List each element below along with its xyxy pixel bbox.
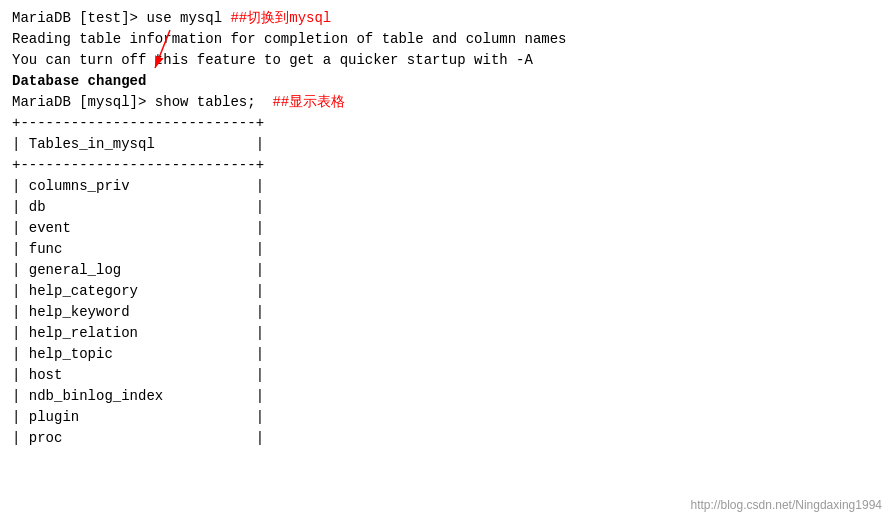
terminal-line-line19: | host |	[12, 365, 880, 386]
terminal: MariaDB [test]> use mysql ##切换到mysqlRead…	[0, 0, 892, 520]
terminal-line-line22: | proc |	[12, 428, 880, 449]
terminal-line-line14: | general_log |	[12, 260, 880, 281]
terminal-line-line16: | help_keyword |	[12, 302, 880, 323]
terminal-line-line13: | func |	[12, 239, 880, 260]
terminal-line-line17: | help_relation |	[12, 323, 880, 344]
terminal-line-line11: | db |	[12, 197, 880, 218]
terminal-line-line20: | ndb_binlog_index |	[12, 386, 880, 407]
terminal-line-line21: | plugin |	[12, 407, 880, 428]
terminal-line-line10: | columns_priv |	[12, 176, 880, 197]
watermark: http://blog.csdn.net/Ningdaxing1994	[691, 498, 882, 512]
terminal-line-line9: +----------------------------+	[12, 155, 880, 176]
terminal-line-line2: Reading table information for completion…	[12, 29, 880, 50]
terminal-line-line6: MariaDB [mysql]> show tables; ##显示表格	[12, 92, 880, 113]
terminal-line-line7: +----------------------------+	[12, 113, 880, 134]
terminal-line-line5: Database changed	[12, 71, 880, 92]
terminal-content: MariaDB [test]> use mysql ##切换到mysqlRead…	[12, 8, 880, 449]
terminal-line-line18: | help_topic |	[12, 344, 880, 365]
terminal-line-line1: MariaDB [test]> use mysql ##切换到mysql	[12, 8, 880, 29]
terminal-line-line12: | event |	[12, 218, 880, 239]
terminal-line-line8: | Tables_in_mysql |	[12, 134, 880, 155]
terminal-line-line3: You can turn off this feature to get a q…	[12, 50, 880, 71]
terminal-line-line15: | help_category |	[12, 281, 880, 302]
